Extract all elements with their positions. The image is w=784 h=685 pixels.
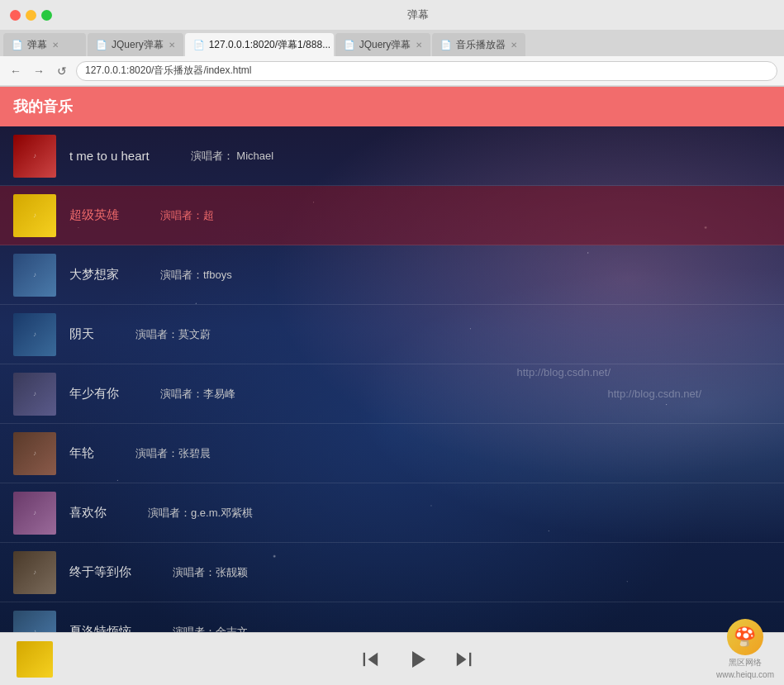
song-title: t me to u heart <box>69 149 150 163</box>
tab-icon: 📄 <box>12 40 23 50</box>
title-bar: 弹幕 <box>0 0 784 30</box>
address-bar[interactable]: 127.0.0.1:8020/音乐播放器/index.html <box>76 61 777 81</box>
tab-close-btn2[interactable]: ✕ <box>169 40 175 50</box>
tab-jquery2[interactable]: 📄 JQuery弹幕 ✕ <box>335 33 431 56</box>
list-item[interactable]: ♪ t me to u heart 演唱者： Michael <box>0 126 784 186</box>
separator <box>129 208 150 223</box>
close-window-btn[interactable] <box>10 10 21 21</box>
back-btn[interactable]: ← <box>7 62 25 80</box>
song-artist: 演唱者：tfboys <box>160 268 232 283</box>
song-info: 喜欢你 演唱者：g.e.m.邓紫棋 <box>69 505 771 521</box>
song-title: 大梦想家 <box>69 267 119 283</box>
album-art: ♪ <box>13 373 56 416</box>
song-artist: 演唱者：莫文蔚 <box>135 327 211 342</box>
tab-label2: JQuery弹幕 <box>112 38 164 52</box>
window-buttons <box>10 10 52 21</box>
separator <box>129 387 150 402</box>
minimize-window-btn[interactable] <box>26 10 36 21</box>
song-artist: 演唱者： Michael <box>191 149 273 164</box>
nav-bar: ← → ↺ 127.0.0.1:8020/音乐播放器/index.html <box>0 56 784 86</box>
list-item[interactable]: ♪ 大梦想家 演唱者：tfboys <box>0 245 784 305</box>
separator <box>104 446 126 461</box>
tab-close-btn5[interactable]: ✕ <box>511 40 517 50</box>
song-info: 年轮 演唱者：张碧晨 <box>69 445 771 461</box>
song-title: 阴天 <box>69 326 94 342</box>
tab-label: 弹幕 <box>27 38 47 52</box>
song-artist: 演唱者：张靓颖 <box>173 565 248 580</box>
tab-curtain[interactable]: 📄 弹幕 ✕ <box>3 33 86 56</box>
page-content: 我的音乐 ♪ t me to u heart 演唱者： Michael ♪ <box>0 87 784 685</box>
album-art: ♪ <box>13 492 56 535</box>
list-item[interactable]: ♪ 超级英雄 演唱者：超 <box>0 186 784 245</box>
maximize-window-btn[interactable] <box>41 10 52 21</box>
tab-label4: JQuery弹幕 <box>359 38 411 52</box>
svg-marker-0 <box>368 653 378 666</box>
list-item[interactable]: ♪ 年轮 演唱者：张碧晨 <box>0 424 784 483</box>
music-list-container: ♪ t me to u heart 演唱者： Michael ♪ 超级英雄 演唱… <box>0 126 784 632</box>
song-info: 超级英雄 演唱者：超 <box>69 207 771 223</box>
song-title: 终于等到你 <box>69 564 131 580</box>
brand-url: www.heiqu.com <box>716 670 774 679</box>
svg-marker-2 <box>412 651 425 668</box>
song-title: 超级英雄 <box>69 207 119 223</box>
song-artist: 演唱者：g.e.m.邓紫棋 <box>148 506 253 521</box>
song-title: 夏洛特烦恼 <box>69 624 131 632</box>
separator <box>129 268 150 283</box>
song-artist: 演唱者：李易峰 <box>160 387 235 402</box>
album-art: ♪ <box>13 432 56 475</box>
page-title: 我的音乐 <box>13 97 73 117</box>
song-title: 喜欢你 <box>69 505 107 521</box>
tab-icon4: 📄 <box>344 40 355 50</box>
tab-icon2: 📄 <box>96 40 107 50</box>
tab-label3: 127.0.0.1:8020/弹幕1/888... <box>209 38 330 52</box>
song-title: 年轮 <box>69 445 94 461</box>
separator <box>141 625 163 633</box>
song-artist: 演唱者：张碧晨 <box>135 446 211 461</box>
tab-music-active[interactable]: 📄 127.0.0.1:8020/弹幕1/888... ✕ <box>185 33 334 56</box>
song-title: 年少有你 <box>69 386 119 402</box>
album-art: ♪ <box>13 254 56 297</box>
song-info: 阴天 演唱者：莫文蔚 <box>69 326 771 342</box>
list-item[interactable]: ♪ 阴天 演唱者：莫文蔚 <box>0 305 784 364</box>
song-artist: 演唱者：金志文 <box>173 625 248 633</box>
player-controls <box>66 645 767 674</box>
page-header: 我的音乐 <box>0 87 784 126</box>
separator <box>116 506 138 521</box>
tabs-bar: 📄 弹幕 ✕ 📄 JQuery弹幕 ✕ 📄 127.0.0.1:8020/弹幕1… <box>0 30 784 56</box>
song-artist: 演唱者：超 <box>160 208 214 223</box>
prev-button[interactable] <box>359 648 382 671</box>
list-item[interactable]: ♪ 终于等到你 演唱者：张靓颖 <box>0 543 784 602</box>
song-info: 夏洛特烦恼 演唱者：金志文 <box>69 624 771 632</box>
album-art: ♪ <box>13 313 56 356</box>
album-art: ♪ <box>13 611 56 633</box>
list-item[interactable]: ♪ 年少有你 演唱者：李易峰 http://blog.csdn.net/ <box>0 364 784 424</box>
window-title: 弹幕 <box>62 7 774 22</box>
list-item[interactable]: ♪ 夏洛特烦恼 演唱者：金志文 <box>0 602 784 632</box>
tab-music-player[interactable]: 📄 音乐播放器 ✕ <box>432 33 525 56</box>
music-list: ♪ t me to u heart 演唱者： Michael ♪ 超级英雄 演唱… <box>0 126 784 632</box>
refresh-btn[interactable]: ↺ <box>53 62 71 80</box>
list-item[interactable]: ♪ 喜欢你 演唱者：g.e.m.邓紫棋 <box>0 483 784 543</box>
brand-name: 黑区网络 <box>729 657 762 668</box>
separator <box>141 565 163 580</box>
next-button[interactable] <box>452 648 475 671</box>
album-art: ♪ <box>13 551 56 594</box>
song-info: 大梦想家 演唱者：tfboys <box>69 267 771 283</box>
album-art: ♪ <box>13 135 56 178</box>
player-album-art <box>17 641 53 678</box>
separator <box>159 149 181 164</box>
forward-btn[interactable]: → <box>30 62 48 80</box>
tab-jquery1[interactable]: 📄 JQuery弹幕 ✕ <box>88 33 183 56</box>
song-info: 终于等到你 演唱者：张靓颖 <box>69 564 771 580</box>
tab-close-btn[interactable]: ✕ <box>52 40 59 50</box>
tab-label5: 音乐播放器 <box>456 38 506 52</box>
separator <box>104 327 126 342</box>
tab-close-btn4[interactable]: ✕ <box>416 40 422 50</box>
address-text: 127.0.0.1:8020/音乐播放器/index.html <box>85 64 251 78</box>
svg-marker-3 <box>456 653 466 666</box>
album-art: ♪ <box>13 194 56 237</box>
song-info: t me to u heart 演唱者： Michael <box>69 149 771 164</box>
play-button[interactable] <box>402 645 432 674</box>
watermark-text: http://blog.csdn.net/ <box>608 388 701 400</box>
tab-icon3: 📄 <box>193 40 205 50</box>
